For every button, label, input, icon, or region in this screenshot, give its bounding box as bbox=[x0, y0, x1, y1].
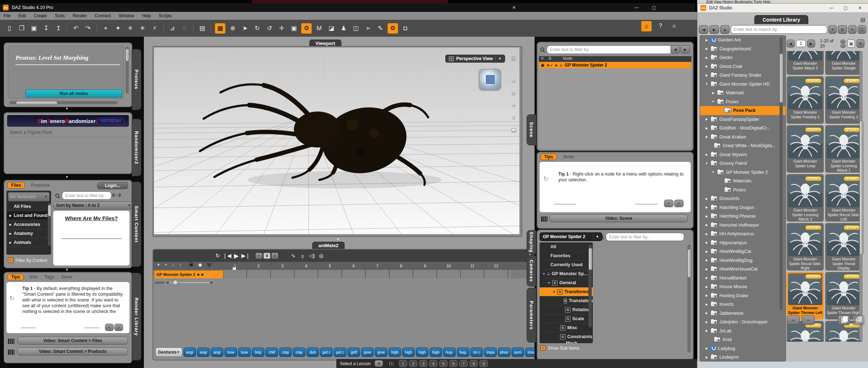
import-icon[interactable]: ↧ bbox=[41, 23, 51, 33]
lesson-number-button[interactable]: 9 bbox=[480, 360, 488, 367]
joint-editor-icon[interactable]: ⊕ bbox=[228, 23, 238, 33]
pane-divider[interactable]: ▼ bbox=[3, 268, 131, 272]
library-folder-item[interactable]: ▶Jobojobo - Grasshopper bbox=[700, 318, 786, 327]
tab-smart-content[interactable]: Smart Content bbox=[132, 182, 141, 267]
lesson-number-button[interactable]: 3 bbox=[419, 360, 427, 367]
pane-options-icon[interactable]: ▤ bbox=[509, 53, 518, 62]
copy-icon[interactable] bbox=[838, 315, 850, 325]
parameter-group-item[interactable]: GTranslation bbox=[540, 296, 593, 305]
tab-animate2[interactable]: aniMate2 bbox=[312, 242, 345, 249]
library-folder-item[interactable]: ▶Hunting Drake bbox=[700, 291, 786, 300]
vertical-scrollbar[interactable] bbox=[48, 203, 51, 246]
node-selection-icon[interactable]: ➤ bbox=[240, 23, 250, 33]
lock-icon[interactable] bbox=[190, 264, 193, 266]
back-icon[interactable]: ◀ bbox=[671, 45, 680, 54]
chevron-down-icon[interactable]: ▼ bbox=[828, 25, 837, 34]
pose-thumbnail[interactable]: Pose Giant Monster Spider Feeding 1 bbox=[787, 76, 824, 124]
frame-decrement[interactable]: − bbox=[255, 253, 263, 259]
tree-scrollbar[interactable] bbox=[780, 37, 783, 310]
scene-node-row[interactable]: ◉ ➤✓ ▶ ∴ GP Monster Spider 2 bbox=[539, 62, 691, 68]
parameter-group-item[interactable]: ▼∴GP Monster Sp... bbox=[540, 269, 593, 278]
gesture-button[interactable]: girlf bbox=[347, 347, 360, 357]
library-folder-item[interactable]: ▶HorseBlanket bbox=[700, 274, 786, 283]
tab-viewport[interactable]: Viewport bbox=[309, 40, 341, 47]
scene-navigator-icon[interactable]: ▦ bbox=[215, 23, 226, 34]
selectable-icon[interactable]: ➤✓ bbox=[546, 63, 553, 68]
view-cube[interactable] bbox=[479, 69, 501, 90]
frame-spinner[interactable]: − 0 + bbox=[255, 253, 278, 259]
close-button[interactable]: ✕ bbox=[853, 4, 867, 12]
tab-shaping[interactable]: Shaping bbox=[527, 230, 536, 254]
library-folder-item[interactable]: ▶Ladybug bbox=[700, 344, 786, 353]
expand-icon[interactable]: ▶ bbox=[555, 64, 558, 67]
pose-thumbnail[interactable]: Pose Giant Monster Spider Thrown Left bbox=[787, 272, 824, 319]
library-folder-item[interactable]: ▶Ghost Crab bbox=[700, 62, 786, 71]
library-folder-item[interactable]: ▼GP Monster Spider 2 bbox=[700, 168, 786, 177]
paste-icon[interactable] bbox=[852, 315, 864, 325]
vertical-scrollbar[interactable] bbox=[687, 245, 691, 353]
splitter-handle[interactable]: ▼ bbox=[317, 237, 360, 241]
parameter-group-item[interactable]: ▼GTransforms bbox=[540, 287, 593, 296]
lesson-number-button[interactable]: 8 bbox=[469, 360, 478, 367]
menu-item[interactable]: Window bbox=[119, 13, 134, 18]
home-icon[interactable]: ⌂ bbox=[641, 21, 652, 32]
chevron-down-icon[interactable]: ▼ bbox=[374, 360, 383, 367]
tab-node[interactable]: Node bbox=[560, 154, 577, 160]
skip-start-icon[interactable]: ❘◀ bbox=[222, 253, 232, 259]
library-folder-item[interactable]: ▼Giant Monster Spider HD bbox=[700, 80, 786, 89]
minimize-button[interactable]: — bbox=[629, 4, 645, 12]
prev-tip-button[interactable]: < bbox=[105, 324, 114, 331]
gesture-button[interactable]: angr bbox=[211, 347, 223, 357]
parameter-filter-input[interactable] bbox=[606, 233, 684, 241]
gesture-button[interactable]: high bbox=[402, 347, 415, 357]
new-camera-icon[interactable]: ⌖ bbox=[101, 23, 111, 33]
menu-item[interactable]: Help bbox=[142, 13, 151, 18]
tab-parameters[interactable]: Parameters bbox=[527, 288, 536, 342]
gesture-button[interactable]: get c bbox=[320, 347, 333, 357]
frame-tool-icon[interactable]: ▣ bbox=[289, 23, 299, 33]
parameter-group-item[interactable]: GMesh Resolut... bbox=[540, 341, 593, 343]
login-button[interactable]: Login... bbox=[97, 182, 128, 189]
rotate-tool-icon[interactable]: ↻ bbox=[252, 23, 262, 33]
active-tool-icon[interactable]: ⚙ bbox=[301, 23, 312, 34]
library-folder-item[interactable]: ▶GrossArts bbox=[700, 194, 786, 203]
node-selector-dropdown[interactable]: GP Monster Spider 2▼ bbox=[540, 232, 602, 241]
library-folder-item[interactable]: ▼Poses bbox=[700, 97, 786, 106]
pane-divider[interactable]: ▼ bbox=[3, 175, 131, 179]
library-folder-item[interactable]: ▶Herschel Hoffmeyer bbox=[700, 221, 786, 230]
tab-cameras[interactable]: Cameras bbox=[527, 255, 536, 286]
tab-files[interactable]: Files bbox=[7, 182, 25, 188]
orbit-view-icon[interactable]: ↺ bbox=[509, 76, 518, 85]
move-up-icon[interactable]: ↑ bbox=[177, 262, 183, 267]
separator[interactable] bbox=[67, 24, 67, 33]
chevron-down-icon[interactable]: ▼ bbox=[848, 25, 856, 34]
measure-tool-icon[interactable]: M bbox=[314, 23, 324, 33]
lesson-number-button[interactable]: 2 bbox=[409, 360, 417, 367]
surface-selection-icon[interactable]: ◪ bbox=[326, 23, 336, 33]
tab-store[interactable]: Store bbox=[58, 274, 75, 280]
separator[interactable] bbox=[97, 24, 97, 33]
dolly-view-icon[interactable]: ⇕ bbox=[509, 113, 518, 122]
gesture-button[interactable]: duh bbox=[306, 347, 319, 357]
skip-end-icon[interactable]: ▶❘ bbox=[241, 253, 250, 259]
parameter-group-item[interactable]: GRotation bbox=[540, 305, 593, 314]
library-folder-item[interactable]: ▶Hippocampus bbox=[700, 238, 786, 247]
where-are-my-files-link[interactable]: Where Are Mv Files? bbox=[53, 215, 129, 221]
menu-item[interactable]: Connect bbox=[95, 13, 111, 18]
checkbox-checked-icon[interactable]: ✓ bbox=[8, 258, 13, 263]
tab-scene[interactable]: Scene bbox=[527, 114, 536, 145]
move-down-icon[interactable]: ↓ bbox=[170, 262, 176, 267]
new-linear-light-icon[interactable]: ⚡ bbox=[150, 23, 160, 33]
prev-tip-button[interactable]: < bbox=[664, 200, 673, 207]
translate-tool-icon[interactable]: ✛ bbox=[277, 23, 287, 33]
library-folder-item[interactable]: ▶Jabberwock bbox=[700, 309, 786, 318]
video-scene-button[interactable]: Video: Scene bbox=[550, 214, 688, 222]
library-folder-item[interactable]: ▶Garden Ant bbox=[700, 36, 786, 45]
new-point-light-icon[interactable]: ✳ bbox=[125, 23, 135, 33]
gesture-button[interactable]: brig bbox=[252, 347, 264, 357]
gesture-button[interactable]: bow bbox=[238, 347, 251, 357]
lesson-number-button[interactable]: 6 bbox=[449, 360, 458, 367]
library-folder-item[interactable]: ▶HH Ankylosaurus bbox=[700, 230, 786, 238]
library-folder-item[interactable]: Poses bbox=[700, 186, 786, 195]
pose-thumbnail[interactable]: Pose Giant Monster Spider Looming Attack… bbox=[825, 125, 862, 173]
